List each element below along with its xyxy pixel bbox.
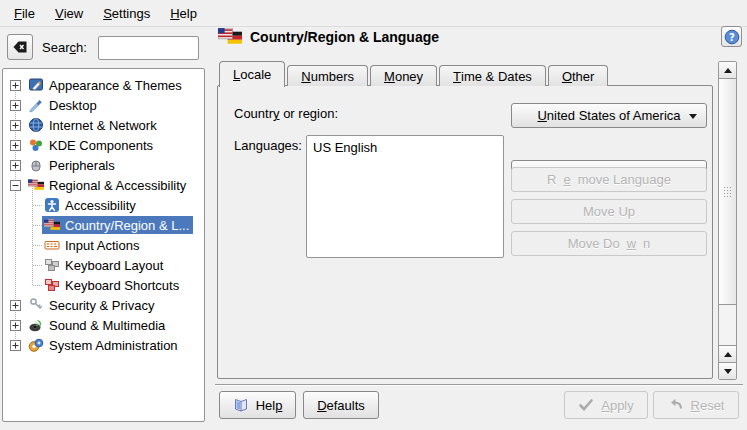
- tree-item-content[interactable]: Desktop: [26, 96, 101, 114]
- expand-toggle-icon[interactable]: [10, 120, 21, 131]
- language-item[interactable]: US English: [313, 139, 497, 156]
- defaults-button-label: Defaults: [317, 398, 365, 413]
- clear-field-icon: [12, 39, 28, 55]
- tree-item-label: Security & Privacy: [49, 298, 154, 313]
- tree-item-sound-multimedia[interactable]: Sound & Multimedia: [3, 315, 204, 335]
- tree-item-label: Desktop: [49, 98, 97, 113]
- tree-item-content[interactable]: Input Actions: [42, 236, 143, 254]
- help-button[interactable]: Help: [219, 391, 296, 419]
- scrollbar-thumb[interactable]: [719, 79, 736, 305]
- tree-item-content[interactable]: Keyboard Layout: [42, 256, 167, 274]
- tree-item-country-region-l[interactable]: Country/Region & L...: [3, 215, 204, 235]
- tree-item-desktop[interactable]: Desktop: [3, 95, 204, 115]
- tree-item-content[interactable]: Accessibility: [42, 196, 140, 214]
- expand-toggle-icon[interactable]: [10, 140, 21, 151]
- country-combobox[interactable]: United States of America: [511, 103, 707, 128]
- svg-text:?: ?: [729, 31, 735, 42]
- tree-item-label: Appearance & Themes: [49, 78, 182, 93]
- menu-help[interactable]: Help: [160, 0, 207, 26]
- check-icon: [578, 397, 594, 413]
- menu-settings[interactable]: Settings: [93, 0, 160, 26]
- apply-button-label: Apply: [601, 398, 634, 413]
- tree-item-content[interactable]: Internet & Network: [26, 116, 161, 134]
- menu-file[interactable]: File: [4, 0, 45, 26]
- peripherals-mouse-icon: [28, 157, 44, 173]
- tree-item-label: System Administration: [49, 338, 178, 353]
- tab-bar: LocaleNumbersMoneyTime & DatesOther: [219, 61, 610, 86]
- move-up-button[interactable]: Move Up: [511, 199, 707, 224]
- tree-item-system-administration[interactable]: System Administration: [3, 335, 204, 355]
- security-keys-icon: [28, 297, 44, 313]
- menu-view[interactable]: View: [45, 0, 93, 26]
- expand-toggle-icon[interactable]: [10, 80, 21, 91]
- expand-toggle-icon[interactable]: [10, 160, 21, 171]
- tree-item-label: Peripherals: [49, 158, 115, 173]
- remove-language-button[interactable]: Remove Language: [511, 167, 707, 192]
- page-title: Country/Region & Language: [250, 29, 439, 45]
- tab-locale[interactable]: Locale: [219, 61, 285, 87]
- move-down-button[interactable]: Move Down: [511, 231, 707, 256]
- tree-item-content[interactable]: Sound & Multimedia: [26, 316, 169, 334]
- apply-button[interactable]: Apply: [564, 391, 648, 419]
- chevron-down-icon: [689, 114, 697, 119]
- question-mark-icon: ?: [724, 29, 740, 45]
- tab-numbers[interactable]: Numbers: [287, 65, 368, 86]
- tree-item-label: Country/Region & L...: [65, 218, 189, 233]
- expand-toggle-icon[interactable]: [10, 300, 21, 311]
- tab-time-dates[interactable]: Time & Dates: [439, 65, 546, 86]
- system-admin-icon: [28, 337, 44, 353]
- tree-guide-line: [33, 285, 42, 286]
- search-input[interactable]: [98, 36, 199, 60]
- scroll-down-button[interactable]: [719, 362, 736, 379]
- expand-toggle-icon[interactable]: [10, 340, 21, 351]
- reset-button[interactable]: Reset: [653, 391, 739, 419]
- selected-tree-item[interactable]: Country/Region & L...: [42, 216, 193, 234]
- tree-item-label: KDE Components: [49, 138, 153, 153]
- help-book-icon: [233, 397, 249, 413]
- tree-item-content[interactable]: Security & Privacy: [26, 296, 158, 314]
- country-combobox-value: United States of America: [537, 108, 680, 123]
- tree-item-label: Internet & Network: [49, 118, 157, 133]
- tree-guide-line: [33, 225, 42, 226]
- clear-search-button[interactable]: [7, 34, 33, 60]
- country-language-flag-icon: [218, 28, 242, 45]
- tree-item-content[interactable]: Appearance & Themes: [26, 76, 186, 94]
- whats-this-help-button[interactable]: ?: [721, 26, 742, 47]
- expand-toggle-icon[interactable]: [10, 320, 21, 331]
- input-actions-keyboard-icon: [44, 237, 60, 253]
- tree-item-content[interactable]: Regional & Accessibility: [26, 176, 190, 194]
- down-arrow-icon: [724, 369, 732, 374]
- locale-tab-panel: Country or region: United States of Amer…: [217, 85, 713, 379]
- tree-guide-line: [33, 265, 42, 266]
- tree-item-security-privacy[interactable]: Security & Privacy: [3, 295, 204, 315]
- scroll-up-button[interactable]: [719, 62, 736, 79]
- tree-item-label: Accessibility: [65, 198, 136, 213]
- tree-item-input-actions[interactable]: Input Actions: [3, 235, 204, 255]
- scroll-up-button-bottom[interactable]: [719, 345, 736, 362]
- languages-listbox[interactable]: US English: [306, 135, 504, 258]
- up-arrow-icon: [724, 352, 732, 357]
- search-label: Search:: [42, 40, 87, 55]
- tree-item-accessibility[interactable]: Accessibility: [3, 195, 204, 215]
- tree-item-kde-components[interactable]: KDE Components: [3, 135, 204, 155]
- tab-other[interactable]: Other: [548, 65, 609, 86]
- tree-item-content[interactable]: KDE Components: [26, 136, 157, 154]
- tree-item-regional-accessibility[interactable]: Regional & Accessibility: [3, 175, 204, 195]
- tab-money[interactable]: Money: [370, 65, 437, 86]
- country-label: Country or region:: [234, 106, 338, 121]
- tree-item-content[interactable]: Peripherals: [26, 156, 119, 174]
- tree-item-label: Regional & Accessibility: [49, 178, 186, 193]
- tree-item-keyboard-shortcuts[interactable]: Keyboard Shortcuts: [3, 275, 204, 295]
- flags-icon: [28, 177, 44, 193]
- vertical-scrollbar[interactable]: [718, 61, 737, 380]
- defaults-button[interactable]: Defaults: [303, 391, 379, 419]
- tree-item-internet-network[interactable]: Internet & Network: [3, 115, 204, 135]
- tree-item-content[interactable]: Keyboard Shortcuts: [42, 276, 183, 294]
- tree-item-keyboard-layout[interactable]: Keyboard Layout: [3, 255, 204, 275]
- tree-guide-line: [33, 205, 42, 206]
- expand-toggle-icon[interactable]: [10, 100, 21, 111]
- tree-item-content[interactable]: System Administration: [26, 336, 182, 354]
- collapse-toggle-icon[interactable]: [10, 180, 21, 191]
- tree-item-appearance-themes[interactable]: Appearance & Themes: [3, 75, 204, 95]
- tree-item-peripherals[interactable]: Peripherals: [3, 155, 204, 175]
